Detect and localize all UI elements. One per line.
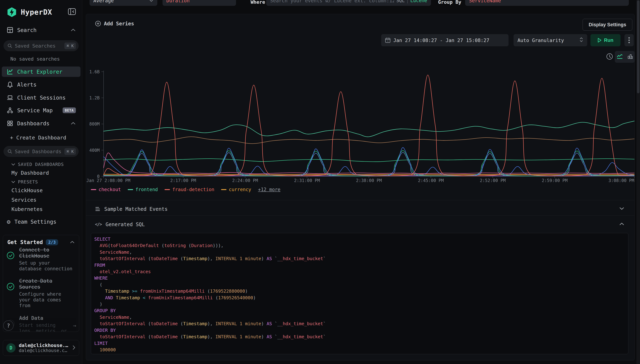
aggregation-select[interactable]: Average (90, 0, 157, 6)
svg-text:2:52:00 PM: 2:52:00 PM (480, 178, 506, 183)
saved-searches-field[interactable] (15, 43, 62, 49)
legend-label: checkout (99, 187, 121, 192)
group-saved-dashboards[interactable]: SAVED DASHBOARDS (0, 161, 82, 168)
hyperdx-logo-icon (7, 7, 17, 17)
scrollbar-thumb[interactable] (637, 0, 639, 93)
generated-sql-header[interactable]: </> Generated SQL (95, 219, 145, 230)
sidebar-item-team-settings[interactable]: ⚙ Team Settings (0, 217, 82, 226)
chevron-up-icon[interactable] (619, 222, 624, 226)
step-title: Create Data Sources (19, 278, 73, 290)
get-started-card: Get Started 2/3 Connect to ClickHouse Se… (3, 235, 79, 332)
brand-name: HyperDX (21, 8, 52, 16)
sidebar-item-alerts[interactable]: Alerts (0, 80, 82, 89)
calendar-icon: 1 (385, 37, 390, 43)
sidebar-item-label: Alerts (17, 82, 37, 88)
svg-text:3:08:00 PM: 3:08:00 PM (608, 178, 634, 183)
get-started-title: Get Started (7, 239, 43, 245)
group-by-label: Group By (438, 0, 461, 5)
group-presets[interactable]: PRESETS (0, 178, 82, 185)
search-events-field[interactable] (270, 0, 394, 4)
table-grid-icon (7, 27, 13, 33)
sidebar-item-label: Chart Explorer (17, 69, 63, 75)
step-title: Add Data (19, 315, 69, 321)
step-desc: Configure where your data comes from (19, 291, 73, 308)
svg-text:1.6B: 1.6B (89, 69, 100, 74)
svg-text:Jan 27 2:08:00 PM: Jan 27 2:08:00 PM (86, 178, 130, 183)
date-range-picker[interactable]: 1 Jan 27 14:08:27 - Jan 27 15:08:27 (381, 34, 508, 46)
granularity-select[interactable]: Auto Granularity (513, 34, 587, 46)
sidebar-item-dashboards[interactable]: Dashboards (0, 119, 82, 128)
plus-circle-icon (95, 20, 101, 27)
language-switch[interactable]: SQL|Lucene (396, 0, 427, 3)
more-options-button[interactable] (624, 34, 634, 46)
beta-badge: BETA (63, 108, 76, 113)
arrow-right-icon: → (73, 322, 76, 332)
saved-searches-input[interactable]: ⌘ K (4, 40, 79, 51)
get-started-step-sources[interactable]: Create Data Sources Configure where your… (7, 278, 76, 308)
line-chart-type-icon[interactable] (617, 54, 623, 60)
chart-legend: checkoutfrontendfraud-detectioncurrency+… (91, 187, 280, 192)
chevron-up-icon (71, 28, 76, 32)
service-map-icon (7, 107, 13, 114)
svg-text:2:38:00 PM: 2:38:00 PM (356, 178, 382, 183)
legend-label: fraud-detection (172, 187, 214, 192)
chevron-up-icon (71, 122, 76, 125)
where-label: Where (251, 0, 265, 5)
create-dashboard-button[interactable]: + Create Dashboard (0, 133, 82, 142)
bar-chart-type-icon[interactable] (627, 54, 633, 60)
account-menu[interactable]: D dale@clickhouse.… dale@clickhouse.c… (3, 340, 79, 356)
shortcut-badge: ⌘ K (64, 42, 76, 49)
legend-swatch (91, 189, 96, 190)
sidebar-item-label: Dashboards (17, 120, 50, 126)
svg-text:800M: 800M (89, 122, 100, 126)
sidebar-collapse-icon[interactable] (68, 8, 76, 16)
sidebar-item-service-map[interactable]: Service Map BETA (0, 106, 82, 115)
legend-item[interactable]: frontend (128, 187, 158, 192)
account-name: dale@clickhouse.… (19, 343, 68, 348)
sample-matched-events-header[interactable]: Sample Matched Events (95, 204, 168, 214)
svg-text:2:59:00 PM: 2:59:00 PM (542, 178, 568, 183)
get-started-step-add-data[interactable]: 3 Add Data Start sending logs, metrics, … (7, 315, 76, 332)
metric-field-input[interactable]: Duration (163, 0, 236, 6)
chevron-up-down-icon (579, 37, 583, 44)
generated-sql-code[interactable]: SELECT AVG(toFloat64OrDefault (toString … (91, 233, 628, 354)
help-button[interactable]: ? (3, 320, 14, 331)
legend-more-link[interactable]: +12 more (258, 187, 280, 192)
page-scrollbar[interactable] (636, 0, 640, 364)
saved-dashboards-input[interactable]: ⌘ K (4, 146, 79, 157)
brand-row: HyperDX (0, 7, 82, 18)
add-series-button[interactable]: Add Series (95, 20, 134, 27)
chart-explorer-panel: Add Series Display Settings 1 Jan 27 14:… (86, 14, 635, 360)
time-window-icon[interactable] (606, 53, 613, 61)
display-settings-button[interactable]: Display Settings (582, 19, 632, 30)
sidebar-item-clickhouse[interactable]: ClickHouse (0, 187, 82, 194)
chevron-up-icon[interactable] (70, 241, 75, 244)
account-email: dale@clickhouse.c… (19, 348, 68, 353)
svg-text:2:24:00 PM: 2:24:00 PM (232, 178, 258, 183)
sidebar-item-kubernetes[interactable]: Kubernetes (0, 206, 82, 213)
legend-item[interactable]: checkout (91, 187, 121, 192)
step-desc: Start sending logs, metrics, or traces (19, 322, 69, 332)
legend-item[interactable]: fraud-detection (165, 187, 214, 192)
saved-dashboards-field[interactable] (15, 149, 62, 154)
group-by-input[interactable]: ServiceName (465, 0, 629, 6)
get-started-step-connect[interactable]: Connect to ClickHouse Set up your databa… (7, 247, 76, 272)
legend-item[interactable]: currency (221, 187, 251, 192)
code-icon: </> (95, 222, 102, 227)
search-icon (7, 149, 12, 154)
play-icon (597, 38, 601, 42)
sidebar-item-services[interactable]: Services (0, 196, 82, 204)
svg-text:1.2B: 1.2B (89, 96, 100, 100)
chevron-down-icon (149, 0, 154, 2)
sidebar-item-my-dashboard[interactable]: My Dashboard (0, 169, 82, 176)
sidebar-item-chart-explorer[interactable]: Chart Explorer (2, 66, 81, 77)
chevron-down-icon (11, 163, 16, 166)
chevron-down-icon[interactable] (619, 207, 624, 211)
sidebar-item-client-sessions[interactable]: Client Sessions (0, 93, 82, 102)
bell-icon (7, 81, 13, 88)
sidebar-item-label: Search (17, 27, 37, 33)
sidebar-item-search[interactable]: Search (0, 26, 82, 34)
search-events-input[interactable]: SQL|Lucene (266, 0, 431, 6)
date-range-value: Jan 27 14:08:27 - Jan 27 15:08:27 (393, 38, 489, 43)
run-button[interactable]: Run (590, 34, 620, 46)
